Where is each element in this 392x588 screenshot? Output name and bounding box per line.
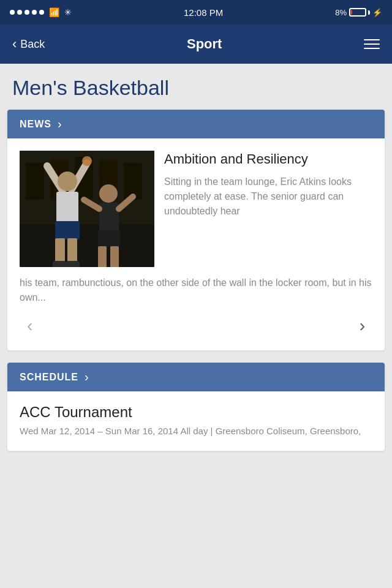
news-article-text: Ambition and Resiliency Sitting in the t…: [164, 151, 372, 267]
wifi-icon: 📶: [49, 7, 59, 17]
battery-percent: 8%: [335, 8, 347, 17]
news-article-image: [20, 151, 154, 267]
schedule-event-title: ACC Tournament: [20, 404, 372, 421]
schedule-section-card: SCHEDULE › ACC Tournament Wed Mar 12, 20…: [7, 363, 385, 451]
svg-rect-26: [20, 151, 154, 267]
news-article-title: Ambition and Resiliency: [164, 151, 372, 168]
news-section-card: NEWS ›: [7, 110, 385, 350]
news-article: Ambition and Resiliency Sitting in the t…: [20, 151, 372, 267]
menu-button[interactable]: [364, 39, 380, 49]
schedule-header-chevron-icon: ›: [85, 370, 89, 384]
news-article-excerpt-short: Sitting in the team lounge, Eric Atkins …: [164, 175, 372, 219]
news-navigation: ‹ ›: [20, 307, 372, 338]
status-time: 12:08 PM: [184, 7, 223, 18]
page-title-section: Men's Basketball: [0, 64, 392, 110]
back-chevron-icon: ‹: [12, 36, 17, 52]
menu-line-2: [364, 43, 380, 45]
schedule-header-label: SCHEDULE: [20, 372, 78, 383]
signal-dots: [10, 10, 44, 15]
menu-line-1: [364, 39, 380, 40]
news-content: Ambition and Resiliency Sitting in the t…: [7, 138, 385, 350]
news-section-header[interactable]: NEWS ›: [7, 110, 385, 138]
back-label: Back: [20, 38, 45, 51]
cards-container: NEWS ›: [0, 110, 392, 451]
news-article-excerpt-full: his team, rambunctious, on the other sid…: [20, 276, 372, 305]
navigation-bar: ‹ Back Sport: [0, 24, 392, 64]
status-bar: 📶 ✳ 12:08 PM 8% ⚡: [0, 0, 392, 24]
news-header-chevron-icon: ›: [58, 117, 62, 131]
page-title: Men's Basketball: [12, 76, 380, 100]
charging-icon: ⚡: [372, 8, 382, 17]
menu-line-3: [364, 48, 380, 49]
back-button[interactable]: ‹ Back: [12, 36, 45, 52]
activity-icon: ✳: [64, 7, 72, 17]
news-prev-button[interactable]: ‹: [22, 314, 37, 338]
schedule-content: ACC Tournament Wed Mar 12, 2014 – Sun Ma…: [7, 391, 385, 451]
news-header-label: NEWS: [20, 119, 51, 130]
news-next-button[interactable]: ›: [355, 314, 370, 338]
nav-title: Sport: [187, 36, 222, 52]
status-right: 8% ⚡: [335, 8, 382, 17]
schedule-section-header[interactable]: SCHEDULE ›: [7, 363, 385, 391]
status-left: 📶 ✳: [10, 7, 72, 17]
battery-icon: [349, 8, 370, 17]
schedule-event-details: Wed Mar 12, 2014 – Sun Mar 16, 2014 All …: [20, 424, 372, 439]
